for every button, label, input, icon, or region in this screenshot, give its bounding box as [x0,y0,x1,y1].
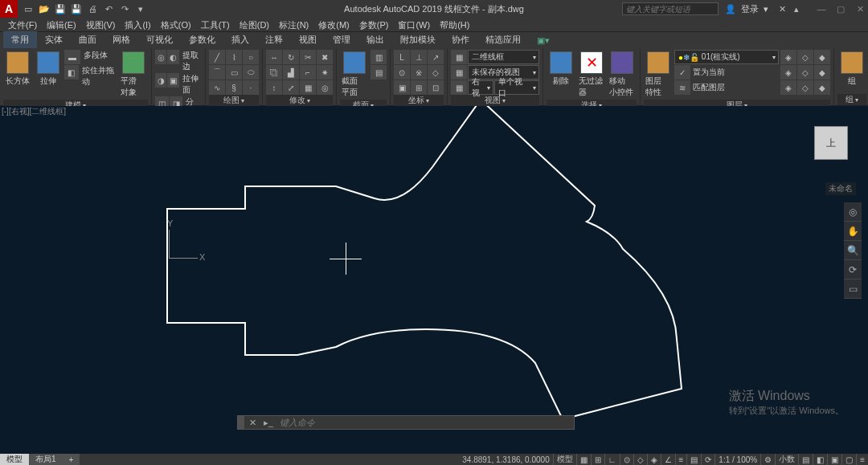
menu-window[interactable]: 窗口(W) [393,18,435,31]
nofilter-button[interactable]: ✕无过滤器 [577,50,606,100]
rect-icon[interactable]: ▭ [226,65,242,80]
move-icon[interactable]: ↔ [266,50,282,64]
model-space-toggle[interactable]: 模型 [553,454,576,465]
mirror-icon[interactable]: ▟ [283,65,299,80]
ucs-icon1[interactable]: L [394,50,410,64]
erase-icon[interactable]: ✖ [317,50,333,64]
layout1-tab[interactable]: 布局1 [29,454,63,465]
polyline-icon[interactable]: ⌇ [226,50,242,64]
gear-icon[interactable]: ⚙ [760,454,775,465]
ucs-icon6[interactable]: ◇ [428,65,444,80]
app-logo[interactable]: A [0,0,18,18]
add-layout-tab[interactable]: + [63,454,80,465]
spline-icon[interactable]: ∿ [209,80,225,95]
laymch-icon[interactable]: ≋ [674,80,690,95]
coordinates-display[interactable]: 34.8891, 1.3186, 0.0000 [462,455,549,464]
osnap-toggle-icon[interactable]: ◇ [633,454,647,465]
tab-insert[interactable]: 插入 [223,31,257,48]
tab-mesh[interactable]: 网格 [104,31,138,48]
menu-edit[interactable]: 编辑(E) [42,18,81,31]
nav-orbit-icon[interactable]: ⟳ [844,260,862,279]
ortho-toggle-icon[interactable]: ∟ [604,454,620,465]
tab-annotate[interactable]: 注释 [257,31,291,48]
nav-wheel-icon[interactable]: ◎ [844,202,862,222]
section-icon1[interactable]: ▥ [371,50,387,64]
view-icon[interactable]: ▦ [451,80,467,95]
intersect-icon[interactable]: ◑ [155,73,166,88]
search-input[interactable] [622,2,719,15]
ucs-icon2[interactable]: ⊥ [411,50,427,64]
tab-home[interactable]: 常用 [3,31,37,48]
tab-collab[interactable]: 协作 [444,31,477,48]
copy-icon[interactable]: ⿻ [266,65,282,80]
layer-misc7-icon[interactable]: ◈ [780,80,796,95]
cmd-drag-handle[interactable] [238,416,244,429]
qat-save-icon[interactable]: 💾 [53,2,68,16]
qat-new-icon[interactable]: ▭ [21,2,35,16]
menu-file[interactable]: 文件(F) [3,18,42,31]
ucs-icon7[interactable]: ▣ [394,80,410,95]
stretch-icon[interactable]: ↕ [266,80,282,95]
ucs-icon3[interactable]: ↗ [428,50,444,64]
ellipse-icon[interactable]: ⬭ [243,65,259,80]
otrack-toggle-icon[interactable]: ∠ [661,454,675,465]
maximize-button[interactable]: ▢ [833,4,849,14]
annoscale-display[interactable]: 1:1 / 100% [714,454,760,465]
menu-tools[interactable]: 工具(T) [196,18,235,31]
cmd-close-icon[interactable]: ✕ [244,418,260,428]
offset-icon[interactable]: ◎ [317,80,333,95]
unnamed-view-label[interactable]: 未命名 [825,182,856,195]
units-display[interactable]: 小数 [775,454,798,465]
qat-plot-icon[interactable]: 🖨 [85,2,100,16]
viewcube[interactable]: 上 [814,126,848,160]
trim-icon[interactable]: ✂ [300,50,316,64]
menu-format[interactable]: 格式(O) [156,18,196,31]
qat-saveas-icon[interactable]: 💾 [69,2,84,16]
polysolid-icon[interactable]: ▬ [64,50,80,64]
tab-view[interactable]: 视图 [291,31,325,48]
tab-featured[interactable]: 精选应用 [477,31,529,48]
visual-style-combo[interactable]: 二维线框 [468,50,539,64]
menu-insert[interactable]: 插入(I) [120,18,155,31]
nav-zoom-icon[interactable]: 🔍 [844,241,862,260]
qat-redo-icon[interactable]: ↷ [117,2,132,16]
tab-manage[interactable]: 管理 [325,31,358,48]
menu-param[interactable]: 参数(P) [354,18,394,31]
cull-button[interactable]: 剔除 [547,50,575,88]
menu-dim[interactable]: 标注(N) [274,18,313,31]
model-tab[interactable]: 模型 [0,454,29,465]
smooth-button[interactable]: 平滑 对象 [119,50,148,100]
visualstyle-icon[interactable]: ▦ [451,50,467,64]
transparency-toggle-icon[interactable]: ▤ [686,454,701,465]
exchange-icon[interactable]: ✕ [775,2,789,16]
panel-coord-title[interactable]: 坐标 [394,95,444,106]
layer-misc8-icon[interactable]: ◇ [797,80,813,95]
panel-group-title[interactable]: 组 [837,94,866,105]
cmd-prompt-icon[interactable]: ▸_ [260,418,276,428]
isolate-icon[interactable]: ◧ [813,454,827,465]
cleanscreen-icon[interactable]: ▢ [841,454,856,465]
panel-modify-title[interactable]: 修改 [266,95,333,106]
panel-draw-title[interactable]: 绘图 [209,95,259,106]
3dosnap-toggle-icon[interactable]: ◈ [647,454,661,465]
extrude-button[interactable]: 拉伸 [34,50,63,88]
layer-misc5-icon[interactable]: ◇ [797,65,813,80]
extrudeface-icon[interactable]: ▣ [167,73,178,88]
menu-help[interactable]: 帮助(H) [435,18,474,31]
layer-misc1-icon[interactable]: ◈ [780,50,796,64]
ucs-icon4[interactable]: ⊙ [394,65,410,80]
laymcur-icon[interactable]: ✓ [674,65,690,80]
close-button[interactable]: ✕ [852,4,868,14]
tab-addins[interactable]: 附加模块 [392,31,444,48]
hardware-accel-icon[interactable]: ▣ [827,454,841,465]
grid-toggle-icon[interactable]: ▦ [576,454,591,465]
polar-toggle-icon[interactable]: ⊙ [620,454,633,465]
box-button[interactable]: 长方体 [3,50,32,88]
nav-pan-icon[interactable]: ✋ [844,222,862,241]
section-icon2[interactable]: ▤ [371,65,387,80]
customize-icon[interactable]: ▤ [798,454,813,465]
line-icon[interactable]: ╱ [209,50,225,64]
section-plane-button[interactable]: 截面 平面 [340,50,369,100]
cycling-toggle-icon[interactable]: ⟳ [701,454,714,465]
ucs-icon9[interactable]: ⊡ [428,80,444,95]
